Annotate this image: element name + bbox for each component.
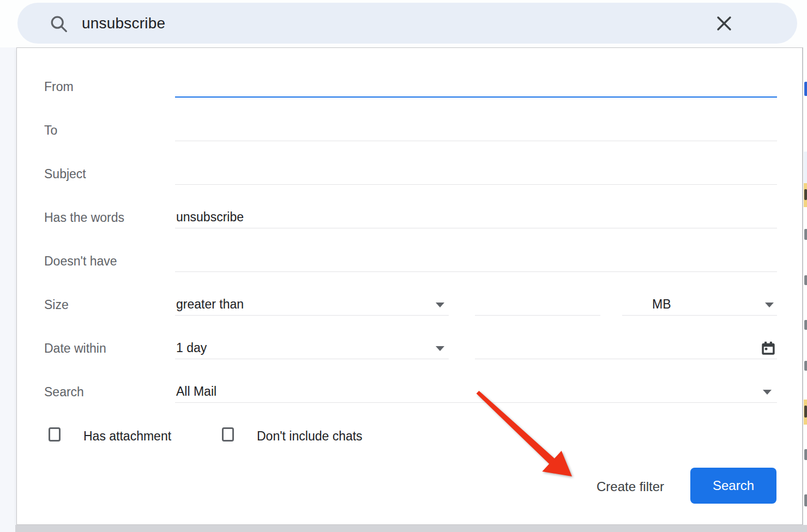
from-label: From [44, 76, 74, 98]
row-size: Size greater than MB [17, 294, 802, 316]
background-text-fragment [804, 189, 807, 200]
row-search-scope: Search All Mail [17, 381, 802, 403]
row-to: To [17, 119, 802, 141]
background-text-fragment [804, 275, 807, 285]
doesnt-have-input[interactable] [175, 250, 777, 272]
row-from: From [17, 76, 802, 98]
size-label: Size [44, 294, 69, 316]
background-window-sliver [803, 47, 807, 525]
row-doesnt-have: Doesn't have [17, 250, 802, 272]
chevron-down-icon[interactable] [436, 346, 444, 351]
subject-label: Subject [44, 163, 86, 185]
size-unit-select[interactable]: MB [622, 294, 777, 316]
search-scope-select[interactable]: All Mail [175, 381, 777, 403]
row-subject: Subject [17, 163, 802, 185]
has-attachment-label[interactable]: Has attachment [83, 425, 171, 447]
chevron-down-icon[interactable] [763, 390, 772, 395]
has-words-label: Has the words [44, 207, 124, 228]
dont-include-chats-checkbox[interactable] [222, 427, 234, 442]
search-scope-label: Search [44, 381, 84, 403]
to-label: To [44, 119, 57, 141]
background-text-fragment [804, 449, 807, 460]
search-input[interactable]: unsubscribe [82, 3, 165, 44]
background-text-fragment [804, 361, 807, 371]
doesnt-have-label: Doesn't have [44, 250, 117, 272]
from-input[interactable] [175, 76, 777, 98]
row-has-words: Has the words unsubscribe [17, 207, 802, 228]
chevron-down-icon[interactable] [765, 303, 774, 307]
row-date-within: Date within 1 day [17, 337, 802, 359]
has-words-input[interactable]: unsubscribe [175, 207, 777, 228]
close-icon[interactable] [714, 14, 734, 33]
calendar-icon[interactable] [761, 341, 776, 356]
background-window-bottom [15, 525, 807, 532]
chevron-down-icon[interactable] [436, 303, 444, 307]
subject-input[interactable] [175, 163, 777, 185]
background-text-fragment [804, 320, 807, 330]
background-text-fragment [804, 494, 807, 506]
background-text-fragment [804, 406, 807, 418]
date-within-label: Date within [44, 337, 106, 359]
search-icon[interactable] [49, 14, 70, 35]
create-filter-button[interactable]: Create filter [576, 469, 685, 504]
gmail-search-bar[interactable]: unsubscribe [17, 3, 797, 44]
background-row-fragment [804, 152, 807, 183]
search-filter-panel: From To Subject Has the words unsubscrib… [16, 47, 803, 525]
row-checkboxes: Has attachment Don't include chats [17, 425, 802, 447]
has-attachment-checkbox[interactable] [49, 427, 61, 442]
date-range-select[interactable]: 1 day [175, 337, 449, 359]
to-input[interactable] [175, 119, 777, 141]
date-value-input[interactable] [475, 337, 777, 359]
size-operator-select[interactable]: greater than [175, 294, 449, 316]
background-text-fragment [804, 229, 807, 240]
dont-include-chats-label[interactable]: Don't include chats [257, 425, 363, 447]
search-button[interactable]: Search [690, 468, 776, 504]
background-text-fragment [804, 82, 807, 96]
size-value-input[interactable] [475, 294, 600, 316]
